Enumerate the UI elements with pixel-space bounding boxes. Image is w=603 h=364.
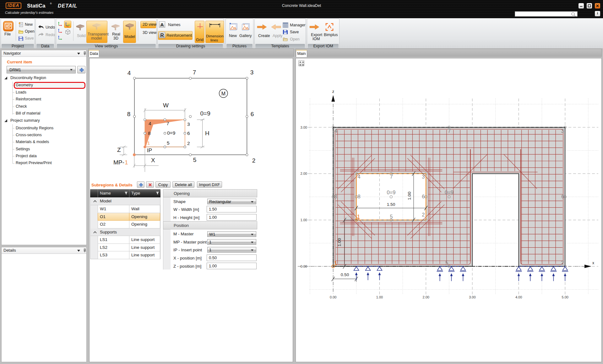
svg-text:7: 7 <box>193 69 196 76</box>
svg-text:8: 8 <box>358 194 361 199</box>
svg-text:1.00: 1.00 <box>337 238 342 246</box>
svg-text:W: W <box>163 102 169 109</box>
svg-text:H: H <box>205 130 209 136</box>
svg-text:8: 8 <box>148 131 151 136</box>
svg-text:0=9: 0=9 <box>387 190 395 195</box>
svg-text:5: 5 <box>390 214 393 219</box>
svg-text:2.00: 2.00 <box>422 295 429 299</box>
svg-text:0=9: 0=9 <box>445 190 454 195</box>
svg-text:0.00: 0.00 <box>330 295 336 299</box>
svg-text:M: M <box>221 91 225 96</box>
svg-text:2: 2 <box>422 212 425 217</box>
svg-text:0.00: 0.00 <box>301 265 307 268</box>
svg-text:5: 5 <box>193 157 197 163</box>
svg-text:0.50: 0.50 <box>341 272 349 277</box>
svg-text:3: 3 <box>422 174 425 179</box>
svg-text:z: z <box>332 89 334 94</box>
svg-text:8: 8 <box>127 111 131 117</box>
svg-text:4: 4 <box>334 128 337 134</box>
svg-text:5: 5 <box>167 140 170 146</box>
svg-text:7: 7 <box>166 121 169 126</box>
svg-text:3: 3 <box>250 69 254 76</box>
svg-text:1: 1 <box>357 214 360 220</box>
svg-text:0=9: 0=9 <box>200 110 210 117</box>
svg-text:1.00: 1.00 <box>301 218 307 222</box>
svg-text:5: 5 <box>445 260 448 265</box>
svg-text:4: 4 <box>128 70 131 76</box>
svg-text:5.00: 5.00 <box>562 295 568 299</box>
svg-text:1: 1 <box>147 140 150 146</box>
svg-text:2: 2 <box>252 157 256 164</box>
svg-text:2: 2 <box>187 141 190 146</box>
svg-text:0=9: 0=9 <box>167 130 175 136</box>
svg-text:3.00: 3.00 <box>469 295 475 299</box>
svg-text:6: 6 <box>422 194 425 199</box>
svg-text:x: x <box>592 261 594 265</box>
svg-text:Z: Z <box>117 147 121 153</box>
svg-text:6: 6 <box>561 194 564 199</box>
svg-text:1.50: 1.50 <box>387 202 395 207</box>
svg-text:1: 1 <box>334 260 337 266</box>
svg-text:X: X <box>151 157 155 163</box>
svg-text:8: 8 <box>334 194 337 199</box>
svg-text:7: 7 <box>390 174 393 179</box>
svg-text:1.00: 1.00 <box>407 192 412 200</box>
svg-text:2: 2 <box>561 260 564 265</box>
svg-text:6: 6 <box>251 111 254 117</box>
svg-text:3.00: 3.00 <box>301 126 307 129</box>
svg-text:4: 4 <box>358 174 361 179</box>
svg-text:3: 3 <box>561 128 564 134</box>
svg-text:2.00: 2.00 <box>301 172 307 175</box>
svg-text:4: 4 <box>149 121 151 126</box>
svg-text:MP-: MP- <box>113 159 124 166</box>
svg-text:IP: IP <box>147 147 152 153</box>
svg-text:1.00: 1.00 <box>376 295 383 299</box>
svg-text:4.00: 4.00 <box>515 295 522 299</box>
svg-text:7: 7 <box>448 128 451 134</box>
svg-text:6: 6 <box>187 131 190 136</box>
svg-text:1: 1 <box>125 159 128 166</box>
svg-text:3: 3 <box>187 121 190 127</box>
